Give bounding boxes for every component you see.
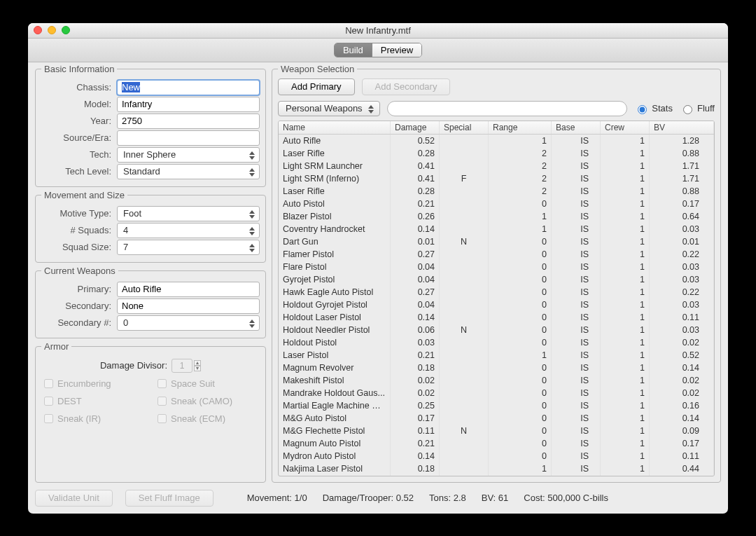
col-damage[interactable]: Damage (391, 121, 440, 134)
current-legend: Current Weapons (41, 266, 118, 276)
table-row[interactable]: Nakjima Laser Pistol0.181IS10.44 (279, 462, 714, 475)
ws-legend: Weapon Selection (278, 64, 357, 74)
chassis-input[interactable] (117, 80, 260, 95)
stat-cost: Cost: 500,000 C-bills (524, 493, 608, 503)
squadsize-label: Squad Size: (41, 242, 111, 252)
squads-label: # Squads: (41, 225, 111, 235)
motive-select[interactable]: Foot (117, 206, 260, 221)
table-row[interactable]: Dart Gun0.01N0IS10.01 (279, 235, 714, 248)
movement-size-group: Movement and Size Motive Type: Foot # Sq… (35, 190, 266, 263)
table-row[interactable]: Mydron Auto Pistol0.140IS10.11 (279, 450, 714, 462)
table-row[interactable]: Flamer Pistol0.270IS10.22 (279, 248, 714, 261)
table-row[interactable]: Holdout Pistol0.030IS10.02 (279, 336, 714, 349)
squadsize-select[interactable]: 7 (117, 240, 260, 255)
source-input[interactable] (117, 130, 260, 146)
view-segmented-control: Build Preview (334, 43, 422, 57)
validate-unit-button[interactable]: Validate Unit (35, 490, 113, 507)
tab-preview[interactable]: Preview (372, 43, 421, 57)
primary-input[interactable] (117, 282, 260, 297)
table-row[interactable]: Mandrake Holdout Gaus...0.020IS10.02 (279, 387, 714, 399)
armor-check[interactable]: Sneak (IR) (41, 412, 146, 425)
table-row[interactable]: Magnum Revolver0.180IS10.14 (279, 362, 714, 374)
chassis-label: Chassis: (41, 82, 111, 92)
divisor-down-icon[interactable]: ▾ (194, 366, 201, 371)
weapon-category-select[interactable]: Personal Weapons (278, 101, 380, 116)
titlebar[interactable]: New Infantry.mtf (28, 23, 728, 39)
col-bv[interactable]: BV (650, 121, 714, 134)
source-label: Source/Era: (41, 132, 111, 143)
stat-tons: Tons: 2.8 (429, 493, 466, 503)
tab-build[interactable]: Build (335, 43, 372, 57)
table-row[interactable]: Auto Rifle0.521IS11.28 (279, 135, 714, 147)
table-row[interactable]: Nambu Auto Pistol0.210IS10.17 (279, 475, 714, 476)
col-special[interactable]: Special (440, 121, 489, 134)
table-row[interactable]: Makeshift Pistol0.020IS10.02 (279, 374, 714, 387)
table-row[interactable]: M&G Auto Pistol0.170IS10.14 (279, 412, 714, 425)
add-secondary-button[interactable]: Add Secondary (362, 78, 451, 95)
damage-divisor-label: Damage Divisor: (100, 360, 167, 371)
toolbar: Build Preview (28, 39, 728, 62)
table-row[interactable]: Holdout Laser Pistol0.140IS10.11 (279, 311, 714, 324)
secnum-select[interactable]: 0 (117, 315, 260, 331)
fluff-radio[interactable]: Fluff (680, 103, 715, 114)
techlevel-select[interactable]: Standard (117, 164, 260, 179)
motive-label: Motive Type: (41, 208, 111, 219)
table-row[interactable]: Holdout Gyrojet Pistol0.040IS10.03 (279, 298, 714, 311)
current-weapons-group: Current Weapons Primary: Secondary: Seco… (35, 266, 266, 338)
primary-label: Primary: (41, 284, 111, 294)
table-row[interactable]: Auto Pistol0.210IS10.17 (279, 198, 714, 210)
table-row[interactable]: Laser Rifle0.282IS10.88 (279, 147, 714, 160)
col-base[interactable]: Base (552, 121, 601, 134)
armor-check[interactable]: Space Suit (155, 377, 260, 390)
window-title: New Infantry.mtf (28, 25, 728, 36)
squads-select[interactable]: 4 (117, 223, 260, 238)
table-row[interactable]: Light SRM (Inferno)0.41F2IS11.71 (279, 172, 714, 185)
techlevel-label: Tech Level: (41, 166, 111, 177)
weapon-table: Name Damage Special Range Base Crew BV A… (278, 121, 715, 476)
add-primary-button[interactable]: Add Primary (278, 78, 355, 95)
col-crew[interactable]: Crew (601, 121, 650, 134)
table-row[interactable]: Hawk Eagle Auto Pistol0.270IS10.22 (279, 286, 714, 298)
table-row[interactable]: Laser Pistol0.211IS10.52 (279, 349, 714, 362)
app-window: New Infantry.mtf Build Preview Basic Inf… (28, 23, 728, 514)
weapon-filter-input[interactable] (387, 101, 628, 116)
armor-check[interactable]: Encumbering (41, 377, 146, 390)
table-row[interactable]: Holdout Needler Pistol0.06N0IS10.03 (279, 324, 714, 336)
stat-movement: Movement: 1/0 (247, 493, 307, 503)
armor-check[interactable]: Sneak (ECM) (155, 412, 260, 425)
table-row[interactable]: Flare Pistol0.040IS10.03 (279, 261, 714, 273)
table-row[interactable]: Gyrojet Pistol0.040IS10.03 (279, 273, 714, 286)
table-row[interactable]: Martial Eagle Machine Pi...0.250IS10.16 (279, 399, 714, 412)
basic-legend: Basic Information (41, 64, 117, 74)
secnum-label: Secondary #: (41, 317, 111, 328)
damage-divisor-spinner[interactable] (172, 359, 192, 373)
col-range[interactable]: Range (489, 121, 552, 134)
tech-label: Tech: (41, 149, 111, 160)
table-row[interactable]: Light SRM Launcher0.412IS11.71 (279, 160, 714, 172)
table-row[interactable]: Laser Rifle0.282IS10.88 (279, 185, 714, 198)
basic-information-group: Basic Information Chassis: Model: Year: … (35, 64, 266, 187)
year-label: Year: (41, 116, 111, 126)
movement-legend: Movement and Size (41, 190, 127, 200)
year-input[interactable] (117, 114, 260, 129)
table-row[interactable]: Magnum Auto Pistol0.210IS10.17 (279, 437, 714, 450)
table-row[interactable]: Coventry Handrocket0.141IS10.03 (279, 223, 714, 235)
set-fluff-image-button[interactable]: Set Fluff Image (125, 490, 214, 507)
table-row[interactable]: Blazer Pistol0.261IS10.64 (279, 210, 714, 223)
secondary-label: Secondary: (41, 301, 111, 311)
secondary-input[interactable] (117, 298, 260, 314)
model-input[interactable] (117, 97, 260, 112)
armor-legend: Armor (41, 341, 71, 352)
col-name[interactable]: Name (279, 121, 391, 134)
weapon-selection-group: Weapon Selection Add Primary Add Seconda… (272, 64, 721, 483)
stat-dpt: Damage/Trooper: 0.52 (323, 493, 414, 503)
stat-bv: BV: 61 (482, 493, 509, 503)
tech-select[interactable]: Inner Sphere (117, 147, 260, 163)
armor-check[interactable]: Sneak (CAMO) (155, 394, 260, 408)
armor-check[interactable]: DEST (41, 394, 146, 408)
armor-group: Armor Damage Divisor: ▴▾ EncumberingSpac… (35, 341, 266, 483)
table-row[interactable]: M&G Flechette Pistol0.11N0IS10.09 (279, 425, 714, 437)
model-label: Model: (41, 99, 111, 109)
stats-radio[interactable]: Stats (634, 103, 673, 114)
